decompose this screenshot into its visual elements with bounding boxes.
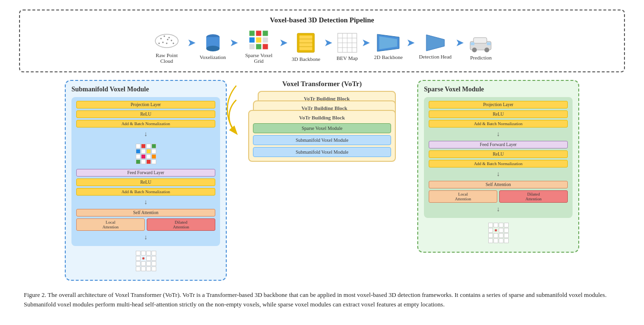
submanifold-input-grid — [136, 144, 156, 164]
panel-sparse: Sparse Voxel Module Projection Layer ReL… — [417, 80, 579, 253]
step-raw-point-cloud: Raw Point Cloud — [150, 29, 183, 64]
step-3d-backbone: 3D Backbone — [292, 31, 320, 62]
sparse-relu2: ReLU — [429, 150, 568, 158]
sparse-arrow3: ↓ — [429, 206, 568, 213]
arrow-1: ➤ — [187, 37, 196, 57]
arrow-4: ➤ — [324, 37, 332, 57]
submanifold-feed-forward: Feed Forward Layer — [76, 169, 215, 177]
figure-caption: Figure 2. The overall architecture of Vo… — [19, 290, 625, 309]
sparse-local-attn: LocalAttention — [429, 190, 497, 203]
sparse-self-attn: Self Attention — [429, 181, 568, 188]
arrow-5: ➤ — [362, 37, 370, 57]
svg-point-8 — [172, 43, 174, 44]
svg-rect-16 — [249, 37, 255, 43]
arrow-7: ➤ — [455, 37, 464, 57]
arrow-3: ➤ — [279, 37, 288, 57]
main-container: Voxel-based 3D Detection Pipeline — [19, 10, 625, 309]
svg-point-0 — [155, 34, 178, 48]
sparse-attn-row: LocalAttention DilatedAttention — [429, 190, 568, 203]
submanifold-local-attn: LocalAttention — [76, 218, 145, 231]
votr-submanifold-module-2: Submanifold Voxel Module — [253, 147, 391, 157]
detection-head-icon — [425, 34, 445, 52]
svg-point-40 — [484, 48, 489, 52]
sparse-module-inner: Projection Layer ReLU Add & Batch Normal… — [424, 97, 573, 218]
step-bev-map: BEV Map — [336, 32, 358, 61]
sparse-voxel-grid-icon — [248, 30, 269, 50]
sparse-relu1: ReLU — [429, 110, 568, 118]
step-voxelization-label: Voxelization — [200, 54, 226, 60]
svg-rect-21 — [262, 44, 268, 49]
submanifold-add-bn2: Add & Batch Normalization — [76, 188, 215, 196]
svg-point-6 — [171, 40, 172, 41]
votr-sparse-module: Sparse Voxel Module — [253, 123, 391, 133]
arrow-6: ➤ — [406, 37, 415, 57]
sparse-arrow1: ↓ — [429, 130, 568, 138]
panel-submanifold-title: Submanifold Voxel Module — [71, 86, 220, 93]
submanifold-add-bn1: Add & Batch Normalization — [76, 120, 215, 128]
submanifold-attn-row: LocalAttention DilatedAttention — [76, 218, 215, 231]
raw-point-cloud-icon — [152, 29, 181, 50]
step-bev-map-label: BEV Map — [336, 55, 358, 61]
submanifold-arrow3: ↓ — [76, 234, 215, 241]
pipeline-steps: Raw Point Cloud ➤ Voxelization ➤ — [30, 29, 614, 64]
svg-rect-20 — [256, 44, 262, 49]
submanifold-dilated-attn: DilatedAttention — [147, 218, 215, 231]
step-detection-head-label: Detection Head — [419, 54, 452, 59]
sparse-feed-forward: Feed Forward Layer — [429, 141, 568, 148]
step-sparse-voxel-grid: Sparse Voxel Grid — [242, 30, 275, 64]
svg-rect-14 — [256, 30, 262, 36]
votr-submanifold-module-1: Submanifold Voxel Module — [253, 135, 391, 145]
svg-point-2 — [163, 36, 165, 37]
voxelization-icon — [205, 33, 221, 52]
step-3d-backbone-label: 3D Backbone — [292, 56, 320, 62]
arrow-2: ➤ — [230, 37, 238, 57]
svg-point-3 — [168, 37, 170, 39]
svg-rect-42 — [487, 42, 491, 45]
submanifold-arrow2: ↓ — [76, 198, 215, 206]
step-sparse-voxel-grid-label: Sparse Voxel Grid — [242, 52, 275, 64]
votr-block-3-inner: Sparse Voxel Module Submanifold Voxel Mo… — [253, 123, 391, 157]
svg-rect-17 — [256, 37, 262, 43]
submanifold-relu2: ReLU — [76, 178, 215, 186]
panel-sparse-title: Sparse Voxel Module — [424, 86, 573, 93]
submanifold-output-grid — [136, 251, 156, 271]
sparse-output-grid — [488, 223, 509, 243]
votr-block-3: VoTr Building Block Sparse Voxel Module … — [248, 110, 396, 162]
svg-rect-15 — [262, 30, 268, 36]
svg-point-7 — [158, 43, 160, 44]
panel-submanifold: Submanifold Voxel Module Projection Laye… — [65, 80, 227, 281]
svg-point-12 — [206, 46, 220, 51]
submanifold-projection-layer: Projection Layer — [76, 101, 215, 108]
2d-backbone-icon — [376, 33, 400, 52]
svg-rect-41 — [471, 42, 474, 45]
svg-rect-13 — [249, 30, 255, 36]
step-2d-backbone-label: 2D Backbone — [374, 54, 402, 60]
step-prediction: Prediction — [468, 33, 494, 60]
submanifold-module-inner: Projection Layer ReLU Add & Batch Normal… — [71, 97, 220, 246]
pipeline-title: Voxel-based 3D Detection Pipeline — [30, 16, 614, 24]
svg-rect-38 — [473, 38, 487, 43]
submanifold-arrow1: ↓ — [76, 130, 215, 138]
sparse-add-bn2: Add & Batch Normalization — [429, 160, 568, 167]
sparse-dilated-attn: DilatedAttention — [499, 190, 568, 203]
step-raw-point-cloud-label: Raw Point Cloud — [150, 52, 183, 64]
svg-point-9 — [167, 39, 168, 40]
svg-point-5 — [166, 43, 167, 44]
submanifold-self-attn: Self Attention — [76, 209, 215, 217]
step-detection-head: Detection Head — [419, 34, 452, 59]
pipeline-box: Voxel-based 3D Detection Pipeline — [19, 10, 625, 72]
submanifold-relu1: ReLU — [76, 110, 215, 118]
step-prediction-label: Prediction — [470, 55, 492, 60]
3d-backbone-icon — [296, 31, 315, 54]
bev-map-icon — [337, 32, 358, 53]
svg-rect-19 — [249, 44, 255, 49]
votr-title: Voxel Transformer (VoTr) — [282, 80, 362, 88]
step-2d-backbone: 2D Backbone — [374, 33, 402, 60]
svg-point-4 — [162, 42, 163, 43]
step-voxelization: Voxelization — [200, 33, 226, 60]
svg-marker-36 — [426, 35, 444, 51]
prediction-icon — [468, 33, 494, 53]
sparse-arrow2: ↓ — [429, 170, 568, 178]
svg-rect-18 — [262, 37, 268, 43]
panels-row: Submanifold Voxel Module Projection Laye… — [19, 80, 625, 281]
